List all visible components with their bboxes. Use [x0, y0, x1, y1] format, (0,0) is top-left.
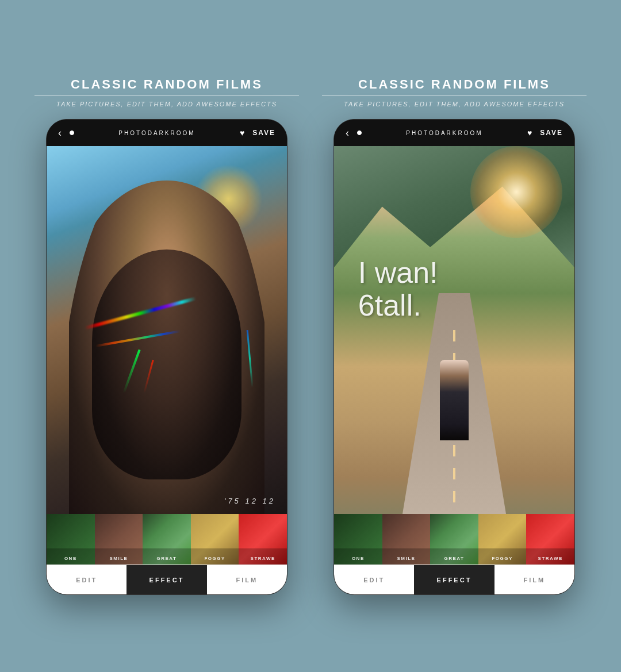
app-title-left: CLASSIC RANDOM FILMS — [71, 77, 263, 92]
tab-edit-right[interactable]: EDIT — [334, 565, 414, 594]
tab-effect-left[interactable]: EFFECT — [126, 565, 206, 594]
film-filter-smile-right[interactable]: SMILE — [382, 514, 431, 565]
app-card-left: CLASSIC RANDOM FILMS TAKE PICTURES, EDIT… — [34, 77, 299, 595]
film-filter-foggy-left[interactable]: FOGGY — [191, 514, 239, 565]
heart-icon-right[interactable]: ♥ — [527, 128, 532, 137]
film-filter-smile-left[interactable]: SMILE — [95, 514, 143, 565]
film-label-foggy-left: FOGGY — [204, 556, 225, 561]
film-filter-foggy-right[interactable]: FOGGY — [478, 514, 527, 565]
film-label-one-right: ONE — [352, 556, 365, 561]
film-label-foggy-right: FOGGY — [492, 556, 512, 561]
film-label-smile-left: SMILE — [109, 556, 128, 561]
film-filter-one-right[interactable]: ONE — [334, 514, 382, 565]
title-divider-left — [34, 95, 299, 96]
tab-film-left[interactable]: FILM — [207, 565, 287, 594]
app-card-right: CLASSIC RANDOM FILMS TAKE PICTURES, EDIT… — [322, 77, 586, 595]
back-arrow-icon-right[interactable]: ‹ — [346, 127, 349, 139]
header-right-controls: ♥ SAVE — [240, 128, 275, 137]
phone-mockup-left: ‹ PHOTODARKROOM ♥ SAVE '75 12 — [46, 119, 288, 595]
photo-area-left: '75 12 12 — [47, 146, 287, 514]
back-arrow-icon[interactable]: ‹ — [58, 127, 62, 139]
film-label-great-left: GREAT — [157, 556, 177, 561]
heart-icon[interactable]: ♥ — [240, 128, 244, 137]
film-filter-great-left[interactable]: GREAT — [143, 514, 191, 565]
film-strip-left: ONE SMILE GREAT FOGGY STRAWE — [47, 514, 287, 565]
tab-effect-right[interactable]: EFFECT — [414, 565, 494, 594]
film-filter-great-right[interactable]: GREAT — [430, 514, 478, 565]
app-name-label: PHOTODARKROOM — [118, 130, 195, 136]
settings-icon-right[interactable] — [357, 130, 362, 135]
app-subtitle-right: TAKE PICTURES, EDIT THEM, ADD AWESOME EF… — [344, 101, 565, 107]
girl-silhouette-right — [440, 360, 469, 440]
header-left-controls: ‹ — [58, 127, 74, 139]
bottom-tabs-right: EDIT EFFECT FILM — [334, 565, 574, 594]
film-filter-one-left[interactable]: ONE — [47, 514, 95, 565]
film-label-smile-right: SMILE — [397, 556, 415, 561]
phone-header-left: ‹ PHOTODARKROOM ♥ SAVE — [47, 120, 287, 146]
photo-timestamp-left: '75 12 12 — [224, 497, 275, 505]
app-subtitle-left: TAKE PICTURES, EDIT THEM, ADD AWESOME EF… — [56, 101, 277, 107]
film-label-strawe-left: STRAWE — [251, 556, 275, 561]
header-left-controls-right: ‹ — [346, 127, 362, 139]
settings-icon[interactable] — [70, 130, 74, 135]
header-right-controls-right: ♥ SAVE — [527, 128, 563, 137]
tab-film-right[interactable]: FILM — [494, 565, 574, 594]
save-button[interactable]: SAVE — [252, 129, 275, 137]
title-divider-right — [322, 95, 586, 96]
film-label-strawe-right: STRAWE — [538, 556, 563, 561]
bottom-tabs-left: EDIT EFFECT FILM — [47, 565, 287, 594]
phone-header-right: ‹ PHOTODARKROOM ♥ SAVE — [334, 120, 574, 146]
film-label-one-left: ONE — [64, 556, 77, 561]
main-container: CLASSIC RANDOM FILMS TAKE PICTURES, EDIT… — [12, 60, 610, 612]
sun-glow-right — [470, 146, 562, 238]
film-strip-right: ONE SMILE GREAT FOGGY STRAWE — [334, 514, 574, 565]
tab-edit-left[interactable]: EDIT — [47, 565, 126, 594]
film-label-great-right: GREAT — [444, 556, 465, 561]
app-title-right: CLASSIC RANDOM FILMS — [358, 77, 550, 92]
hair-overlay — [92, 249, 241, 479]
app-name-label-right: PHOTODARKROOM — [406, 130, 482, 136]
film-filter-strawe-left[interactable]: STRAWE — [239, 514, 287, 565]
phone-mockup-right: ‹ PHOTODARKROOM ♥ SAVE I wan!6tall. — [334, 119, 575, 595]
photo-area-right: I wan!6tall. — [334, 146, 574, 514]
save-button-right[interactable]: SAVE — [540, 129, 563, 137]
film-filter-strawe-right[interactable]: STRAWE — [526, 514, 574, 565]
